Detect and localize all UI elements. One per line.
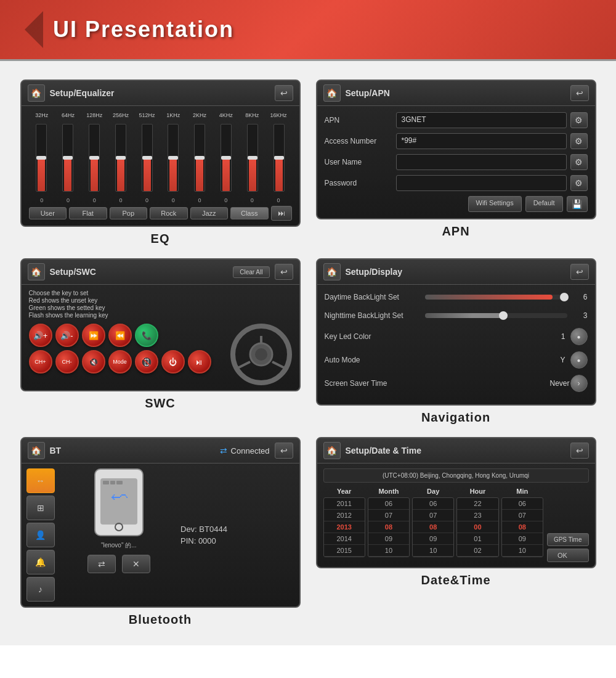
swc-btn-vol-down[interactable]: 🔊-: [55, 324, 79, 347]
bt-sidebar-btn-3[interactable]: 🔔: [26, 550, 55, 574]
dt-columns: Year 2011 2012 2013 2014 2015: [323, 488, 543, 557]
bt-body: ↔ ⊞ 👤 🔔 ♪: [22, 464, 299, 607]
swc-back-button[interactable]: ↩: [275, 264, 293, 280]
eq-slider-7[interactable]: [221, 124, 232, 192]
display-slider-0[interactable]: [425, 291, 567, 303]
dt-back-button[interactable]: ↩: [570, 443, 589, 459]
swc-btn-vol-up[interactable]: 🔊+: [29, 324, 52, 347]
swc-btn-power[interactable]: ⏻: [161, 350, 185, 374]
bt-back-button[interactable]: ↩: [275, 443, 293, 459]
apn-wifi-settings-button[interactable]: Wifi Settings: [468, 196, 522, 212]
dt-col-day: Day 06 07 08 09 10: [412, 488, 454, 557]
dt-cell-day-2: 08: [413, 521, 453, 533]
dt-main: Year 2011 2012 2013 2014 2015: [323, 488, 543, 562]
eq-freq-8k: 8KHz: [240, 112, 264, 118]
apn-input-2[interactable]: [396, 154, 567, 170]
apn-gear-0[interactable]: ⚙: [570, 112, 588, 128]
dt-gps-time-button[interactable]: GPS Time: [547, 533, 589, 546]
apn-gear-2[interactable]: ⚙: [570, 154, 588, 170]
eq-slider-1[interactable]: [62, 124, 73, 192]
swc-steering-wheel: [230, 324, 292, 385]
dt-home-icon[interactable]: 🏠: [323, 442, 341, 459]
eq-preset-flat[interactable]: Flat: [69, 207, 107, 219]
eq-values: 0 0 0 0 0 0 0 0 0 0: [29, 197, 292, 203]
eq-freq-512: 512Hz: [135, 112, 160, 118]
eq-slider-3[interactable]: [115, 124, 126, 192]
bt-disconnect-button[interactable]: ✕: [122, 555, 150, 573]
swc-btn-ch-up[interactable]: CH+: [29, 350, 52, 374]
swc-btn-prev[interactable]: ⏪: [108, 324, 132, 347]
apn-home-icon[interactable]: 🏠: [323, 84, 341, 102]
display-slider-1[interactable]: [425, 309, 567, 322]
bt-connect-button[interactable]: ⇄: [87, 555, 116, 573]
eq-freq-16k: 16KHz: [266, 112, 291, 118]
swc-btn-call-end[interactable]: 📵: [135, 350, 158, 374]
eq-preset-pop[interactable]: Pop: [110, 207, 148, 219]
dt-cell-min-1: 07: [502, 510, 543, 521]
swc-home-icon[interactable]: 🏠: [28, 263, 45, 280]
eq-slider-8[interactable]: [247, 124, 258, 192]
swc-panel-wrapper: 🏠 Setup/SWC Clear All ↩ Choose the key t…: [18, 258, 302, 425]
eq-home-icon[interactable]: 🏠: [28, 84, 45, 102]
dt-col-values-min[interactable]: 06 07 08 09 10: [501, 497, 543, 557]
swc-btn-mute[interactable]: 🔇: [82, 350, 105, 374]
swc-body: Choose the key to set Red shows the unse…: [22, 285, 299, 390]
swc-btn-ch-down[interactable]: CH-: [55, 350, 79, 374]
bt-phone-image: ⬿: [94, 468, 144, 536]
display-label-0: Daytime BackLight Set: [325, 293, 420, 301]
eq-preset-jazz[interactable]: Jazz: [190, 207, 229, 219]
swc-clearall-button[interactable]: Clear All: [233, 266, 269, 278]
display-panel: 🏠 Setup/Display ↩ Daytime BackLight Set: [316, 258, 596, 406]
dt-cell-year-1: 2012: [324, 510, 365, 521]
apn-save-button[interactable]: 💾: [567, 196, 588, 212]
eq-slider-4[interactable]: [142, 124, 153, 192]
eq-slider-6[interactable]: [194, 124, 205, 192]
apn-input-0[interactable]: 3GNET: [396, 112, 567, 128]
dt-cell-year-3: 2014: [324, 533, 365, 545]
apn-back-button[interactable]: ↩: [570, 85, 589, 101]
display-arrow-4[interactable]: ›: [570, 375, 588, 392]
eq-next-button[interactable]: ⏭: [271, 206, 292, 221]
display-toggle-2[interactable]: ●: [570, 328, 588, 345]
eq-val-8: 0: [240, 197, 264, 203]
display-toggle-3[interactable]: ●: [570, 351, 588, 369]
apn-input-3[interactable]: [396, 175, 567, 191]
swc-btn-next[interactable]: ⏩: [82, 324, 105, 347]
dt-col-values-month[interactable]: 06 07 08 09 10: [368, 497, 410, 557]
eq-preset-user[interactable]: User: [29, 207, 67, 219]
swc-btn-pause[interactable]: ⏯: [188, 350, 211, 374]
dt-side-buttons: GPS Time OK: [547, 488, 589, 562]
eq-preset-rock[interactable]: Rock: [150, 207, 188, 219]
apn-panel-title: Setup/APN: [346, 88, 565, 98]
eq-freq-32: 32Hz: [30, 112, 54, 118]
eq-back-button[interactable]: ↩: [275, 85, 293, 101]
dt-cell-day-1: 07: [413, 510, 453, 521]
swc-btn-call-accept[interactable]: 📞: [135, 324, 158, 347]
eq-slider-5[interactable]: [168, 124, 179, 192]
dt-col-values-day[interactable]: 06 07 08 09 10: [412, 497, 454, 557]
dt-col-values-year[interactable]: 2011 2012 2013 2014 2015: [323, 497, 365, 557]
main-content: 🏠 Setup/Equalizer ↩ 32Hz 64Hz 128Hz 256H…: [0, 61, 616, 645]
eq-slider-9[interactable]: [274, 124, 285, 192]
bt-home-icon[interactable]: 🏠: [28, 442, 45, 459]
header-decoration: [25, 11, 43, 48]
apn-input-1[interactable]: *99#: [396, 133, 567, 149]
apn-gear-1[interactable]: ⚙: [570, 133, 588, 149]
bt-symbol-icon: ⬿: [110, 488, 128, 508]
dt-col-values-hour[interactable]: 22 23 00 01 02: [456, 497, 498, 557]
apn-gear-3[interactable]: ⚙: [570, 175, 588, 191]
bt-sidebar-btn-0[interactable]: ↔: [26, 468, 55, 493]
apn-row-2: User Name ⚙: [325, 154, 588, 170]
swc-btn-mode[interactable]: Mode: [108, 350, 132, 374]
dt-ok-button[interactable]: OK: [547, 549, 589, 562]
bt-sidebar-btn-2[interactable]: 👤: [26, 523, 55, 547]
bt-sidebar-btn-4[interactable]: ♪: [26, 577, 55, 602]
eq-slider-0[interactable]: [36, 124, 47, 192]
display-row-0: Daytime BackLight Set 6: [325, 291, 588, 303]
eq-preset-class[interactable]: Class: [230, 207, 269, 219]
display-home-icon[interactable]: 🏠: [323, 263, 341, 280]
bt-sidebar-btn-1[interactable]: ⊞: [26, 496, 55, 520]
display-back-button[interactable]: ↩: [570, 264, 589, 280]
eq-slider-2[interactable]: [89, 124, 100, 192]
apn-default-button[interactable]: Default: [525, 196, 563, 212]
